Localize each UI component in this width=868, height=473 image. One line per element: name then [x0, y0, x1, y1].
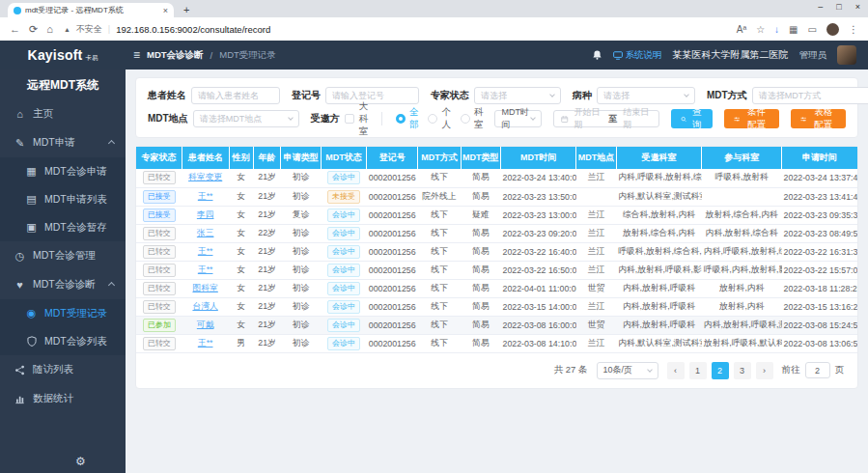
- sidebar-item-consult-apply[interactable]: ▦ MDT会诊申请: [0, 157, 126, 185]
- chevron-down-icon: [684, 92, 689, 97]
- expert-status-tag: 已转交: [143, 282, 176, 295]
- table-cell: [576, 187, 616, 206]
- table-cell: 台湾人: [182, 297, 229, 316]
- invitee-radio[interactable]: [428, 114, 437, 124]
- back-icon[interactable]: ←: [10, 23, 20, 35]
- table-row: 已转交王**女21岁初诊会诊中0002001256线下简易2022-03-22 …: [136, 261, 857, 279]
- home-nav-icon[interactable]: ⌂: [46, 23, 53, 35]
- settings-gear-icon[interactable]: ⚙: [75, 455, 86, 468]
- table-cell: 未接受: [321, 187, 366, 206]
- table-cell: 简易: [461, 334, 500, 352]
- table-cell: 2022-03-23 13:41:45: [782, 187, 857, 206]
- table-cell: 会诊中: [321, 334, 366, 352]
- invitee-radio-label[interactable]: 全部: [409, 106, 419, 131]
- system-help-link[interactable]: 系统说明: [613, 49, 662, 62]
- sidebar-item-consult-manage[interactable]: ◷ MDT会诊管理: [0, 241, 126, 270]
- patient-name-link[interactable]: 王**: [198, 191, 213, 201]
- expert-status-label: 专家状态: [431, 89, 469, 102]
- patient-name-link[interactable]: 可戴: [197, 320, 214, 329]
- mdt-status-tag: 会诊中: [327, 245, 360, 259]
- mdt-status-tag: 会诊中: [327, 300, 360, 314]
- table-cell: 兰江: [576, 261, 616, 279]
- sidebar-item-mdt-apply[interactable]: ✎ MDT申请: [0, 128, 126, 157]
- notification-bell-icon[interactable]: [592, 49, 602, 61]
- browser-tab[interactable]: mdt受理记录 - 远程MDT系统 ×: [8, 3, 174, 17]
- patient-name-link[interactable]: 张三: [197, 228, 214, 237]
- prev-page-button[interactable]: ‹: [667, 362, 685, 379]
- user-avatar[interactable]: [837, 45, 856, 65]
- chevron-up-icon: [108, 139, 115, 146]
- patient-name-link[interactable]: 台湾人: [192, 301, 217, 311]
- table-cell: 已接受: [136, 187, 182, 206]
- page-size-select[interactable]: 10条/页: [597, 362, 658, 379]
- mdt-mode-select[interactable]: 请选择MDT方式: [752, 87, 868, 104]
- time-field-select[interactable]: MDT时间: [494, 110, 542, 127]
- page-button[interactable]: 1: [689, 362, 707, 379]
- expert-status-tag: 已转交: [143, 264, 176, 277]
- browser-menu-icon[interactable]: ⋮: [849, 24, 858, 35]
- condition-config-button[interactable]: 条件配置: [724, 109, 779, 128]
- sidebar-item-accept-records[interactable]: ◉ MDT受理记录: [0, 299, 126, 327]
- cast-icon[interactable]: ▭: [808, 24, 817, 35]
- sidebar-collapse-icon[interactable]: ≡: [133, 48, 140, 62]
- page-size-value: 10条/页: [603, 364, 633, 376]
- font-size-icon[interactable]: Aª: [737, 24, 746, 35]
- browser-profile-avatar[interactable]: [826, 23, 839, 36]
- patient-name-link[interactable]: 王**: [198, 246, 213, 256]
- table-cell: 内科,默认科室,测试科室: [616, 334, 702, 352]
- sidebar-item-label: 数据统计: [33, 392, 73, 405]
- sidebar-item-home[interactable]: ⌂ 主页: [0, 99, 126, 128]
- invitee-radio[interactable]: [461, 114, 470, 124]
- table-cell: 兰江: [576, 224, 616, 242]
- heart-icon: ♥: [14, 279, 26, 291]
- patient-name-link[interactable]: 王**: [198, 338, 213, 348]
- date-range-picker[interactable]: 开始日期 至 结束日期: [553, 110, 659, 127]
- next-page-button[interactable]: ›: [756, 362, 773, 379]
- breadcrumb-parent: MDT会诊诊断: [147, 49, 204, 62]
- tab-close-icon[interactable]: ×: [163, 6, 168, 15]
- table-cell: 线下: [418, 169, 461, 187]
- new-tab-button[interactable]: +: [183, 4, 189, 15]
- url-field[interactable]: ▲ 不安全 | 192.168.0.156:9002/consultate/re…: [62, 23, 728, 36]
- expert-status-select[interactable]: 请选择: [474, 87, 561, 104]
- window-minimize-button[interactable]: –: [818, 2, 823, 12]
- sidebar-item-label: MDT会诊诊断: [33, 278, 96, 292]
- sidebar-item-followup-list[interactable]: 随访列表: [0, 355, 126, 384]
- goto-page-input[interactable]: [805, 362, 830, 378]
- sidebar-item-consult-diagnose[interactable]: ♥ MDT会诊诊断: [0, 270, 126, 299]
- table-config-button[interactable]: 表格配置: [791, 109, 846, 128]
- patient-name-link[interactable]: 图科室: [192, 283, 217, 292]
- sidebar-item-apply-list[interactable]: ▤ MDT申请列表: [0, 185, 126, 213]
- bookmark-star-icon[interactable]: ☆: [756, 24, 765, 35]
- sidebar-item-consult-list[interactable]: MDT会诊列表: [0, 327, 126, 355]
- disease-select[interactable]: 请选择: [597, 87, 695, 104]
- window-close-button[interactable]: ×: [855, 2, 860, 12]
- sidebar-item-consult-draft[interactable]: ▣ MDT会诊暂存: [0, 213, 126, 241]
- table-cell: 0002001256: [367, 297, 418, 316]
- invitee-radio-group: 全部 个人 科室: [396, 106, 484, 131]
- home-icon: ⌂: [14, 108, 26, 120]
- page-button[interactable]: 3: [734, 362, 751, 379]
- page-button[interactable]: 2: [712, 362, 729, 379]
- invitee-radio-label[interactable]: 个人: [441, 106, 451, 131]
- patient-name-link[interactable]: 李四: [197, 209, 214, 219]
- invitee-radio[interactable]: [396, 114, 406, 124]
- grid-icon: ▦: [25, 165, 38, 178]
- sidebar-item-statistics[interactable]: 数据统计: [0, 384, 126, 413]
- search-button[interactable]: 查询: [671, 109, 713, 128]
- extensions-icon[interactable]: ▦: [789, 24, 798, 35]
- table-cell: 0002001256: [367, 187, 418, 206]
- invitee-radio-label[interactable]: 科室: [474, 106, 484, 131]
- download-icon[interactable]: ↓: [774, 24, 779, 35]
- table-cell: 21岁: [253, 334, 281, 352]
- window-maximize-button[interactable]: □: [836, 2, 841, 12]
- patient-name-link[interactable]: 科室变更: [188, 172, 222, 181]
- expert-status-tag: 已转交: [143, 171, 176, 184]
- system-title: 远程MDT系统: [0, 70, 126, 99]
- patient-name-link[interactable]: 王**: [198, 264, 213, 274]
- mdt-place-select[interactable]: 请选择MDT地点: [193, 110, 299, 127]
- date-start-placeholder: 开始日期: [574, 106, 603, 131]
- patient-name-input[interactable]: [191, 87, 280, 104]
- reload-icon[interactable]: ⟳: [29, 23, 38, 36]
- big-dept-checkbox[interactable]: [345, 114, 354, 124]
